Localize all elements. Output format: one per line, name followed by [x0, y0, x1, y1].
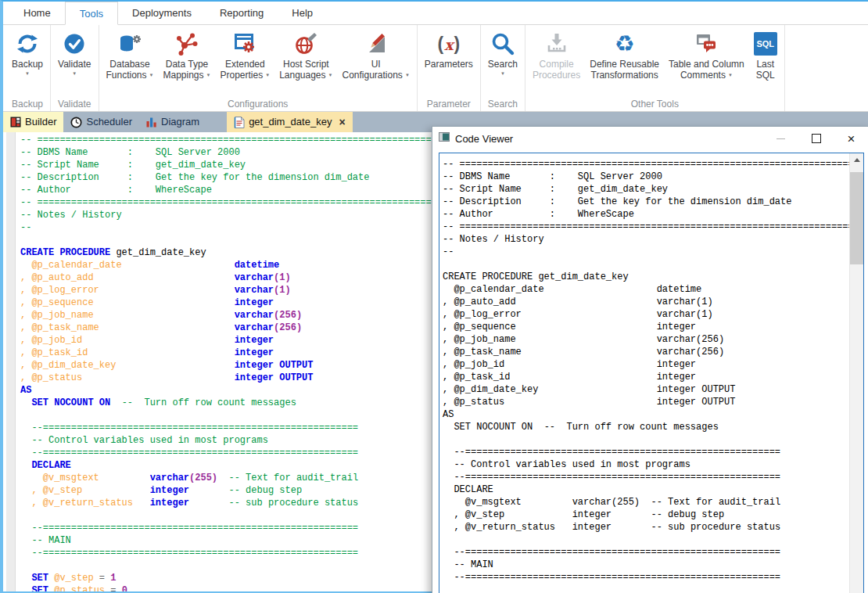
diagram-chart-icon: [146, 117, 157, 128]
chevron-down-icon: ▼: [72, 70, 77, 77]
ribbon-group-label: Backup: [7, 96, 48, 111]
window-titlebar[interactable]: Code Viewer ×: [432, 127, 868, 150]
code-line: , @p_job_id integer: [443, 358, 850, 371]
ribbon-button-last-sql[interactable]: SQLLastSQL: [749, 25, 782, 81]
ribbon-button-label: Database: [109, 59, 149, 70]
ribbon-group-validate: Validate▼Validate: [51, 25, 99, 111]
ribbon-button-data-type-mappings[interactable]: Data TypeMappings▼: [159, 25, 216, 81]
code-line: -- Script Name : get_dim_date_key: [443, 183, 850, 196]
ribbon-button-host-script-languages[interactable]: Host ScriptLanguages▼: [274, 25, 337, 81]
code-line: AS: [443, 408, 850, 421]
editor-gutter: [6, 132, 16, 591]
ribbon-button-label: Mappings▼: [163, 70, 211, 81]
extended-properties-icon: [232, 29, 257, 59]
code-line: , @p_task_id integer: [443, 371, 850, 383]
code-line: , @p_log_error varchar(1): [443, 308, 850, 321]
menu-item-deployments[interactable]: Deployments: [118, 2, 206, 24]
chevron-down-icon: ▼: [500, 70, 505, 77]
chevron-down-icon: ▼: [206, 70, 211, 81]
ribbon-button-label: UI: [371, 59, 381, 70]
code-line: -- Control variables used in most progra…: [443, 458, 850, 471]
scrollbar-up-button[interactable]: [850, 153, 863, 167]
code-line: [443, 534, 850, 546]
tab-diagram[interactable]: Diagram: [139, 112, 206, 132]
ribbon-button-parameters[interactable]: (x)Parameters: [420, 25, 478, 70]
chevron-down-icon: ▼: [25, 70, 30, 77]
ribbon-button-database-functions[interactable]: DatabaseFunctions▼: [102, 25, 159, 81]
ribbon-group-label: Configurations: [102, 96, 414, 111]
ribbon-group-label: Validate: [53, 96, 95, 111]
table-column-comments-icon: [694, 29, 719, 59]
menu-item-home[interactable]: Home: [9, 2, 65, 24]
menu-item-reporting[interactable]: Reporting: [206, 2, 278, 24]
code-line: --======================================…: [443, 471, 850, 483]
ribbon-group-label: Search: [483, 96, 522, 111]
chevron-down-icon: ▼: [405, 70, 410, 81]
code-line: -- Author : WhereScape: [443, 208, 850, 221]
data-type-mappings-icon: [174, 29, 199, 59]
code-line: --: [443, 246, 850, 258]
ribbon-button-extended-properties[interactable]: ExtendedProperties▼: [215, 25, 274, 81]
ribbon-group-configurations: DatabaseFunctions▼Data TypeMappings▼Exte…: [99, 25, 418, 111]
ribbon-button-compile-procedures[interactable]: CompileProcedures: [528, 25, 585, 81]
minimize-icon: [777, 138, 785, 139]
code-line: --======================================…: [443, 571, 850, 584]
minimize-button[interactable]: [763, 127, 798, 150]
code-line: , @v_step integer -- debug step: [443, 509, 850, 521]
code-viewer-icon: [439, 131, 450, 146]
ribbon-button-label: Backup: [12, 59, 43, 70]
define-reusable-transformations-icon: ♻: [615, 29, 635, 59]
code-line: , @v_return_status integer -- sub proced…: [443, 521, 850, 534]
ribbon-button-ui-configurations[interactable]: UIConfigurations▼: [337, 25, 414, 81]
close-icon: ×: [848, 132, 855, 146]
ribbon-button-label: Configurations▼: [342, 70, 409, 81]
tab-get_dim_date_key[interactable]: get_dim_date_key×: [227, 112, 352, 132]
tab-scheduler[interactable]: Scheduler: [63, 112, 139, 132]
host-script-languages-icon: [293, 29, 318, 59]
tab-label: Builder: [25, 112, 56, 132]
code-line: -- =====================================…: [443, 221, 850, 233]
menu-item-tools[interactable]: Tools: [65, 2, 118, 25]
ribbon-button-define-reusable-transformations[interactable]: ♻Define ReusableTransformations: [585, 25, 664, 81]
ribbon-button-label: Parameters: [425, 59, 473, 70]
code-line: [443, 258, 850, 271]
ribbon-button-validate[interactable]: Validate▼: [53, 25, 95, 77]
ribbon-button-table-and-column-comments[interactable]: Table and ColumnComments▼: [664, 25, 749, 81]
ribbon-button-label: Data Type: [166, 59, 208, 70]
search-icon: [490, 29, 515, 59]
ribbon-button-label: Transformations: [591, 70, 658, 81]
ribbon-button-search[interactable]: Search▼: [483, 25, 522, 77]
code-line: --======================================…: [443, 446, 850, 458]
ribbon-button-label: Table and Column: [669, 59, 744, 70]
database-functions-icon: [117, 29, 142, 59]
ribbon-group-parameter: (x)ParametersParameter: [418, 25, 481, 111]
chevron-down-icon: ▼: [149, 70, 154, 81]
maximize-button[interactable]: [798, 127, 834, 150]
code-line: -- Notes / History: [443, 233, 850, 246]
code-line: , @p_task_name varchar(256): [443, 346, 850, 358]
scrollbar-thumb[interactable]: [850, 172, 863, 264]
ribbon-group-search: Search▼Search: [481, 25, 525, 111]
code-line: , @p_auto_add varchar(1): [443, 296, 850, 308]
viewer-content: -- =====================================…: [439, 153, 864, 593]
ribbon-button-label: Properties▼: [220, 70, 270, 81]
ribbon-button-label: Comments▼: [680, 70, 733, 81]
builder-tab-icon: [10, 117, 21, 128]
code-viewer-window: Code Viewer × -- =======================…: [432, 126, 868, 593]
close-button[interactable]: ×: [834, 127, 868, 150]
menu-bar: HomeToolsDeploymentsReportingHelp: [3, 2, 868, 25]
ui-configurations-icon: [364, 29, 389, 59]
code-line: -- =====================================…: [443, 158, 850, 171]
window-controls: ×: [763, 127, 868, 150]
tab-label: Diagram: [161, 112, 199, 132]
chevron-down-icon: ▼: [265, 70, 270, 81]
validate-icon: [62, 29, 87, 59]
chevron-down-icon: ▼: [728, 70, 733, 81]
tab-close-icon[interactable]: ×: [339, 116, 345, 128]
vertical-scrollbar[interactable]: [849, 153, 863, 593]
tab-builder[interactable]: Builder: [3, 112, 63, 132]
ribbon-button-backup[interactable]: Backup▼: [7, 25, 48, 77]
menu-item-help[interactable]: Help: [278, 2, 327, 24]
code-line: CREATE PROCEDURE get_dim_date_key: [443, 271, 850, 283]
code-line: -- Description : Get the key for the dim…: [443, 196, 850, 208]
